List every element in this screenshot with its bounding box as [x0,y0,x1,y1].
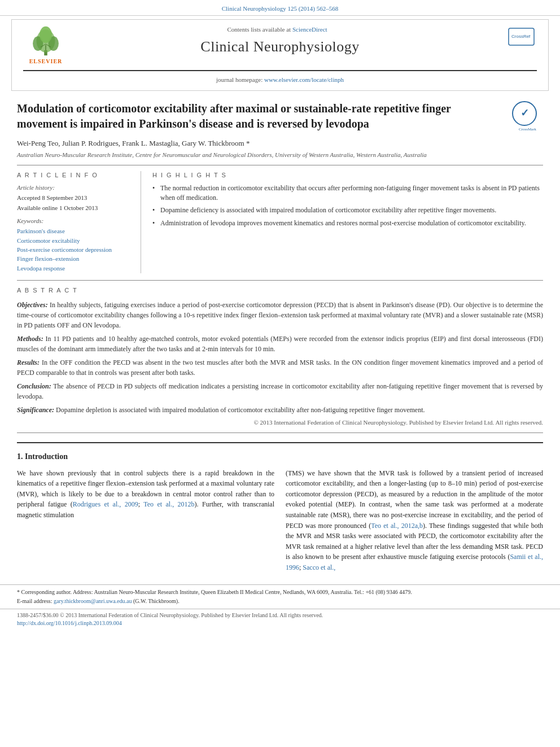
author-names: Wei-Peng Teo, Julian P. Rodrigues, Frank… [17,139,250,147]
main-content: Modulation of corticomotor excitability … [17,101,543,573]
rodrigues-ref[interactable]: Rodrigues et al., 2009 [73,500,138,508]
abstract-results: Results: In the OFF condition the PECD w… [17,357,543,378]
doi-link[interactable]: http://dx.doi.org/10.1016/j.clinph.2013.… [17,620,122,626]
homepage-label: journal homepage: [216,76,262,83]
elsevier-logo: ELSEVIER [23,25,68,65]
abstract-conclusion: Conclusion: The absence of PECD in PD su… [17,381,543,401]
teo-ref-2[interactable]: Teo et al., 2012a,b [371,522,423,530]
intro-section-title: 1. Introduction [17,451,543,462]
elsevier-text: ELSEVIER [29,58,63,65]
email-link[interactable]: gary.thickbroom@anri.uwa.edu.au [54,598,132,604]
intro-section-divider [17,442,543,443]
sciencedirect-link[interactable]: ScienceDirect [292,26,327,33]
banner-divider [23,70,537,71]
elsevier-tree-icon [29,25,63,56]
article-history-label: Article history: [17,184,132,192]
authors-line: Wei-Peng Teo, Julian P. Rodrigues, Frank… [17,138,543,148]
results-label: Results: [17,359,40,366]
banner-center: Contents lists available at ScienceDirec… [68,25,492,57]
keyword-4: Finger flexion–extension [17,255,132,263]
highlight-item-3: Administration of levodopa improves move… [152,219,543,228]
journal-title: Clinical Neurophysiology [68,37,492,57]
methods-text: In 11 PD patients and 10 healthy age-mat… [17,335,543,353]
abstract-objectives: Objectives: In healthy subjects, fatigui… [17,300,543,330]
conclusion-label: Conclusion: [17,382,51,390]
intro-right-col: (TMS) we have shown that the MVR task is… [286,468,543,573]
abstract-title: A B S T R A C T [17,286,543,295]
page-footer: * Corresponding author. Address: Austral… [0,584,560,632]
abstract-top-divider [17,280,543,281]
highlight-item-2: Dopamine deficiency is associated with i… [152,206,543,215]
info-highlights-section: A R T I C L E I N F O Article history: A… [17,171,543,273]
highlights-list: The normal reduction in corticomotor exc… [152,184,543,228]
abstract-significance: Significance: Dopamine depletion is asso… [17,405,543,415]
contents-list-line: Contents lists available at ScienceDirec… [68,25,492,34]
teo-ref-1[interactable]: Teo et al., 2012b [143,500,194,508]
doi-line: http://dx.doi.org/10.1016/j.clinph.2013.… [17,619,543,627]
article-info-title: A R T I C L E I N F O [17,171,132,180]
results-text: In the OFF condition the PECD was absent… [17,359,543,377]
intro-left-text: We have shown previously that in control… [17,468,274,521]
highlight-item-1: The normal reduction in corticomotor exc… [152,184,543,203]
email-note: E-mail address: gary.thickbroom@anri.uwa… [0,597,560,605]
title-section-divider [17,165,543,165]
corresponding-author-text: * Corresponding author. Address: Austral… [17,589,412,595]
crossmark-circle: ✓ [512,101,537,126]
crossref-logo-icon: CrossRef [506,25,537,48]
available-date: Available online 1 October 2013 [17,204,132,212]
crossref-logo-area: CrossRef [492,25,537,48]
abstract-section: A B S T R A C T Objectives: In healthy s… [17,280,543,433]
conclusion-text: The absence of PECD in PD subjects off m… [17,382,543,400]
contents-text: Contents lists available at [227,26,291,33]
highlights-title: H I G H L I G H T S [152,171,543,180]
objectives-text: In healthy subjects, fatiguing exercises… [17,301,543,329]
crossmark-label: CrossMark [512,127,543,133]
keywords-label: Keywords: [17,217,132,225]
keyword-2: Corticomotor excitability [17,237,132,245]
crossmark-icon: ✓ [520,106,529,120]
intro-right-text: (TMS) we have shown that the MVR task is… [286,468,543,573]
highlights-column: H I G H L I G H T S The normal reduction… [152,171,543,273]
sacco-ref[interactable]: Sacco et al., [303,563,335,571]
svg-point-4 [40,27,52,43]
objectives-label: Objectives: [17,301,48,309]
email-note-text: (G.W. Thickbroom). [133,598,180,604]
significance-label: Significance: [17,406,54,414]
intro-left-col: We have shown previously that in control… [17,468,274,573]
crossmark-badge: ✓ CrossMark [512,101,543,133]
abstract-bottom-divider [17,433,543,433]
introduction-two-col: We have shown previously that in control… [17,468,543,573]
methods-label: Methods: [17,335,43,343]
homepage-link[interactable]: www.elsevier.com/locate/clinph [264,76,344,83]
abstract-methods: Methods: In 11 PD patients and 10 health… [17,334,543,354]
keyword-1: Parkinson's disease [17,227,132,235]
article-title: Modulation of corticomotor excitability … [17,101,543,132]
journal-homepage: journal homepage: www.elsevier.com/locat… [216,76,344,84]
journal-volume-info: Clinical Neurophysiology 125 (2014) 562–… [0,0,560,16]
journal-banner: ELSEVIER Contents lists available at Sci… [11,19,549,90]
accepted-date: Accepted 8 September 2013 [17,194,132,202]
keyword-3: Post-exercise corticomotor depression [17,246,132,254]
significance-text: Dopamine depletion is associated with im… [56,406,425,414]
email-label: E-mail address: [17,598,52,604]
issn-line: 1388-2457/$36.00 © 2013 International Fe… [17,611,543,619]
volume-info-text: Clinical Neurophysiology 125 (2014) 562–… [222,5,339,12]
footer-issn: 1388-2457/$36.00 © 2013 International Fe… [0,609,560,628]
banner-top-row: ELSEVIER Contents lists available at Sci… [23,25,537,65]
article-info-column: A R T I C L E I N F O Article history: A… [17,171,141,273]
corresponding-author-note: * Corresponding author. Address: Austral… [0,588,560,596]
affiliation: Australian Neuro-Muscular Research Insti… [17,151,543,159]
keyword-5: Levodopa response [17,264,132,273]
svg-text:CrossRef: CrossRef [511,34,531,39]
article-title-area: Modulation of corticomotor excitability … [17,101,543,132]
copyright-line: © 2013 International Federation of Clini… [17,418,543,427]
